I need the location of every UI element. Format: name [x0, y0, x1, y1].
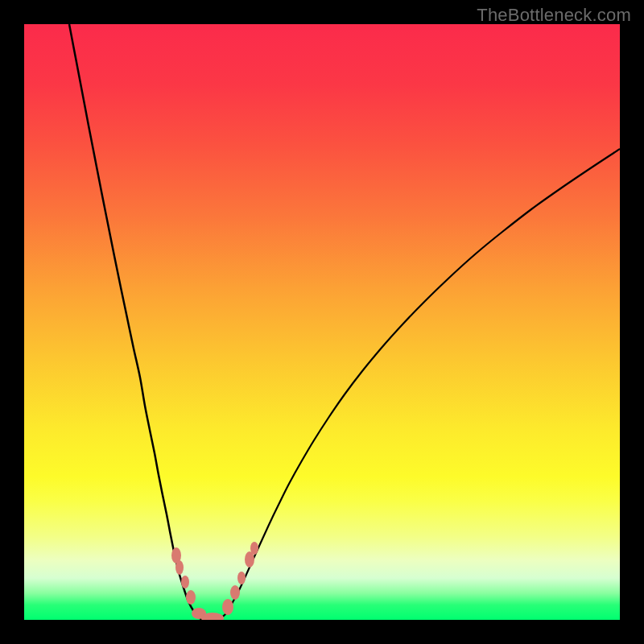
data-marker	[186, 590, 196, 605]
curve-left	[69, 24, 206, 620]
data-markers	[171, 542, 258, 620]
chart-frame: TheBottleneck.com	[0, 0, 644, 644]
data-marker	[250, 542, 258, 555]
watermark-text: TheBottleneck.com	[477, 5, 631, 26]
data-marker	[222, 599, 233, 615]
data-marker	[175, 560, 184, 575]
data-marker	[237, 572, 246, 584]
data-marker	[181, 576, 189, 588]
data-marker	[230, 585, 240, 600]
plot-area	[24, 24, 620, 620]
curve-layer	[24, 24, 620, 620]
curve-right	[206, 149, 620, 620]
